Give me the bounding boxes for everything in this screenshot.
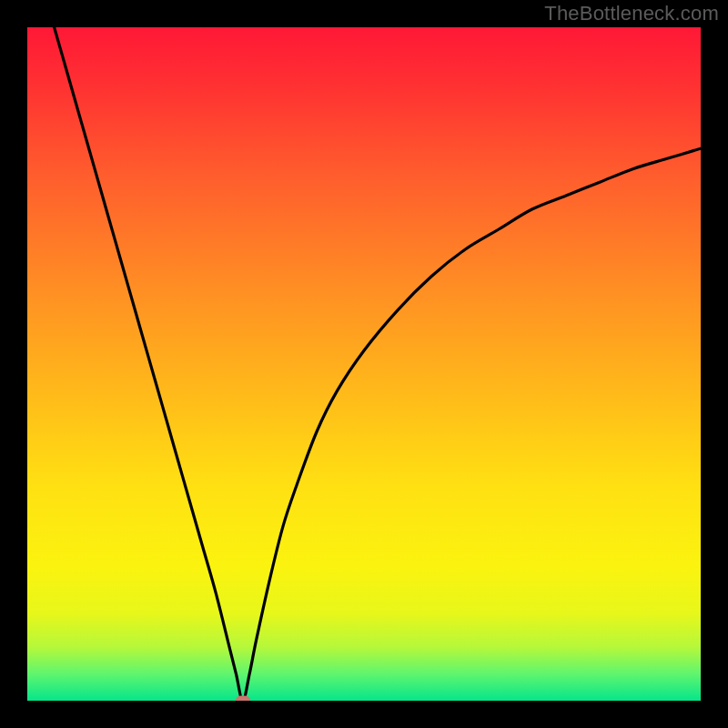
chart-frame: TheBottleneck.com: [0, 0, 728, 728]
plot-area: [27, 27, 701, 701]
curve-layer: [27, 27, 701, 701]
minimum-marker: [236, 696, 250, 702]
bottleneck-curve: [55, 27, 701, 701]
watermark-text: TheBottleneck.com: [544, 2, 719, 25]
